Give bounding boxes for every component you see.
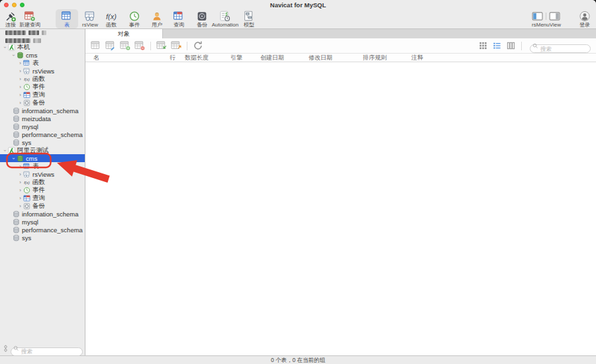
disclosure-arrow[interactable]: › xyxy=(17,179,23,185)
disclosure-arrow[interactable]: › xyxy=(17,171,23,177)
table-new-icon xyxy=(23,11,36,22)
tree-item-label: sys xyxy=(22,234,31,242)
toolbar-button-label: Automation xyxy=(212,23,238,28)
tree-item-label: mysql xyxy=(22,218,38,226)
column-header-引擎[interactable]: 引擎 xyxy=(226,54,256,62)
column-header-排序规则[interactable]: 排序规则 xyxy=(359,54,407,62)
column-header-行[interactable]: 行 xyxy=(166,54,181,62)
toolbar-login-button[interactable]: 登录 xyxy=(573,9,596,28)
tree-item-label: 表 xyxy=(32,59,39,68)
tree-item-label: performance_schema xyxy=(22,226,83,234)
backup-sm-icon xyxy=(23,203,30,210)
event-icon xyxy=(23,83,30,91)
tree-item-meizudata[interactable]: meizudata xyxy=(0,114,85,122)
disclosure-arrow[interactable]: › xyxy=(2,44,8,50)
disclosure-arrow[interactable]: › xyxy=(17,68,23,74)
import-wizard-button[interactable] xyxy=(156,40,167,51)
tree-item-rsViews[interactable]: › rsViews xyxy=(0,67,85,75)
toolbar-query-button[interactable]: 查询 xyxy=(168,9,190,28)
disclosure-arrow[interactable]: › xyxy=(17,187,23,193)
toolbar-new-query-button[interactable]: 新建查询 xyxy=(15,9,45,28)
panel-right-icon[interactable] xyxy=(550,12,561,21)
tree-item-备份[interactable]: › 备份 xyxy=(0,99,85,107)
tree-item-performance_schema[interactable]: performance_schema xyxy=(0,130,85,138)
sidebar-options-icon[interactable] xyxy=(3,344,9,353)
tree-item-cms[interactable]: › cms xyxy=(0,154,85,162)
tree-item-rsViews[interactable]: › rsViews xyxy=(0,170,85,178)
tree-item-阿里云测试[interactable]: › 阿里云测试 xyxy=(0,146,85,154)
tree-item-表[interactable]: › 表 xyxy=(0,162,85,170)
grid-view-button[interactable] xyxy=(478,41,488,50)
column-header-注释[interactable]: 注释 xyxy=(407,54,596,62)
panel-left-icon[interactable] xyxy=(532,12,544,21)
tree-item-函数[interactable]: › f(x) 函数 xyxy=(0,178,85,186)
disclosure-arrow[interactable]: › xyxy=(2,148,8,154)
db-icon xyxy=(13,123,20,130)
sidebar-search-input[interactable] xyxy=(11,347,83,356)
connection-tree: › 本机 › cms › 表 › rsViews › f(x) 函数 › 事件 … xyxy=(0,43,85,242)
object-list-empty-area[interactable] xyxy=(85,62,596,355)
model-icon xyxy=(242,11,256,22)
tree-item-label: information_schema xyxy=(22,107,79,114)
toolbar-menu-view-buttons[interactable]: rsMenuView xyxy=(527,9,566,28)
disclosure-arrow[interactable]: › xyxy=(11,156,17,161)
refresh-button[interactable] xyxy=(193,40,203,51)
redacted-connection-name xyxy=(28,30,39,35)
tree-item-查询[interactable]: › 查询 xyxy=(0,194,85,202)
disclosure-arrow[interactable]: › xyxy=(17,163,23,169)
disclosure-arrow[interactable]: › xyxy=(11,52,17,58)
view-icon xyxy=(23,68,30,75)
tree-item-查询[interactable]: › 查询 xyxy=(0,91,85,99)
tree-item-information_schema[interactable]: information_schema xyxy=(0,210,85,218)
design-table-button[interactable] xyxy=(105,40,116,51)
toolbar-events-button[interactable]: 事件 xyxy=(123,9,146,28)
toolbar-functions-button[interactable]: f(x) 函数 xyxy=(99,9,124,28)
column-header-名[interactable]: 名 xyxy=(85,54,166,62)
toolbar-button-label: 事件 xyxy=(129,23,140,28)
new-table-button[interactable] xyxy=(120,40,130,51)
column-view-button[interactable] xyxy=(506,41,516,50)
tree-item-sys[interactable]: sys xyxy=(0,234,85,242)
disclosure-arrow[interactable]: › xyxy=(17,92,23,98)
tree-item-函数[interactable]: › f(x) 函数 xyxy=(0,75,85,83)
tree-item-label: rsViews xyxy=(32,68,54,75)
tree-item-事件[interactable]: › 事件 xyxy=(0,186,85,194)
query-sm-icon xyxy=(23,91,30,99)
tree-item-label: 备份 xyxy=(32,99,45,107)
disclosure-arrow[interactable]: › xyxy=(17,84,23,90)
tree-item-mysql[interactable]: mysql xyxy=(0,218,85,226)
column-header-修改日期[interactable]: 修改日期 xyxy=(305,54,359,62)
view-icon xyxy=(83,11,97,22)
object-toolbar xyxy=(85,38,596,53)
db-icon xyxy=(13,139,20,146)
column-header-创建日期[interactable]: 创建日期 xyxy=(256,54,305,62)
list-view-button[interactable] xyxy=(492,41,502,50)
column-header-数据长度[interactable]: 数据长度 xyxy=(181,54,226,62)
tree-item-sys[interactable]: sys xyxy=(0,138,85,146)
disclosure-arrow[interactable]: › xyxy=(17,100,23,106)
tree-item-mysql[interactable]: mysql xyxy=(0,122,85,130)
object-search-input[interactable] xyxy=(530,44,591,53)
toolbar-users-button[interactable]: 用户 xyxy=(146,9,168,28)
disclosure-arrow[interactable]: › xyxy=(17,76,23,82)
tree-item-information_schema[interactable]: information_schema xyxy=(0,107,85,114)
tree-item-备份[interactable]: › 备份 xyxy=(0,202,85,210)
tree-item-performance_schema[interactable]: performance_schema xyxy=(0,226,85,234)
toolbar-tables-button[interactable]: 表 xyxy=(56,9,78,28)
disclosure-arrow[interactable]: › xyxy=(17,195,23,201)
tree-item-本机[interactable]: › 本机 xyxy=(0,43,85,51)
tab-objects[interactable]: 对象 xyxy=(85,29,163,38)
tree-item-cms[interactable]: › cms xyxy=(0,51,85,59)
open-table-button[interactable] xyxy=(91,40,101,51)
disclosure-arrow[interactable]: › xyxy=(17,60,23,66)
delete-table-button[interactable] xyxy=(134,40,145,51)
query-sm-icon xyxy=(23,195,30,202)
export-wizard-button[interactable] xyxy=(171,40,181,51)
status-text: 0 个表，0 在当前的组 xyxy=(271,357,325,363)
user-icon xyxy=(150,11,164,22)
tree-item-事件[interactable]: › 事件 xyxy=(0,83,85,91)
disclosure-arrow[interactable]: › xyxy=(17,203,23,209)
toolbar-button-label: 用户 xyxy=(152,23,162,28)
tree-item-表[interactable]: › 表 xyxy=(0,59,85,67)
toolbar-model-button[interactable]: 模型 xyxy=(238,9,260,28)
